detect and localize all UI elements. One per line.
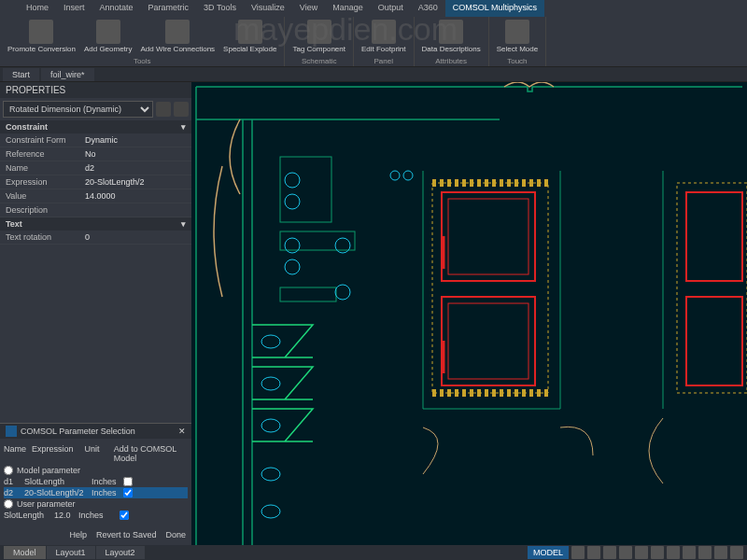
special-explode-button[interactable]: Special Explode [219,18,280,55]
collapse-icon: ▾ [181,219,186,229]
workspace-icon[interactable] [714,546,727,559]
status-bar: ModelLayout1Layout2 MODEL [0,545,747,560]
annotation-icon[interactable] [698,546,712,559]
row-add-checkbox[interactable] [123,477,133,486]
ribbon-tab-a360[interactable]: A360 [411,0,445,17]
svg-rect-22 [432,183,548,393]
svg-point-8 [335,285,350,300]
prop-row[interactable]: Expression20-SlotLength/2 [0,175,191,189]
row-expr: 20-SlotLength/2 [24,488,88,497]
prop-value: Dynamic [85,135,118,145]
svg-rect-16 [442,192,535,281]
ribbon-tab-view[interactable]: View [292,0,325,17]
ribbon-group-panel: Edit FootprintPanel [354,17,415,66]
collapse-icon: ▾ [181,122,186,132]
ribbon-tab-comsol-multiphysics[interactable]: COMSOL Multiphysics [445,0,544,17]
ribbon-btn-label: Special Explode [223,45,276,53]
ribbon-tab-parametric[interactable]: Parametric [141,0,197,17]
svg-rect-17 [448,199,529,274]
ribbon-btn-label: Tag Component [292,45,345,53]
doc-tab[interactable]: Start [3,68,39,81]
layout-tab[interactable]: Model [4,546,46,559]
data-descriptions-button[interactable]: Data Descriptions [418,18,485,55]
prop-row[interactable]: Description [0,203,191,217]
ortho-icon[interactable] [603,546,616,559]
svg-point-11 [261,335,280,348]
drawing-canvas[interactable] [191,82,747,545]
prop-row[interactable]: Value14.0000 [0,189,191,203]
promote-conversion-icon [29,20,53,44]
ribbon-tab-home[interactable]: Home [19,0,56,17]
ribbon-tab-annotate[interactable]: Annotate [92,0,141,17]
comsol-title: COMSOL Parameter Selection [21,427,135,436]
tag-component-icon [307,20,331,44]
revert-link[interactable]: Revert to Saved [96,530,157,539]
close-icon[interactable]: ✕ [178,427,186,436]
user-row-value: 12.0 [54,511,75,520]
ribbon-group-attributes: Data DescriptionsAttributes [415,17,489,66]
user-row-add-checkbox[interactable] [120,511,129,520]
ribbon-tab-output[interactable]: Output [371,0,411,17]
select-mode-button[interactable]: Select Mode [493,18,542,55]
ribbon-tab-manage[interactable]: Manage [325,0,371,17]
left-panel: PROPERTIES Rotated Dimension (Dynamic) C… [0,82,191,545]
grid-icon[interactable] [571,546,585,559]
layout-tab[interactable]: Layout2 [96,546,145,559]
group-label: Panel [374,57,393,65]
row-add-checkbox[interactable] [123,488,133,497]
ribbon-btn-label: Data Descriptions [422,45,481,53]
svg-point-13 [261,419,280,432]
svg-point-6 [285,259,300,274]
svg-point-14 [261,468,280,481]
ribbon-tab-insert[interactable]: Insert [56,0,92,17]
svg-rect-0 [280,157,331,222]
prop-row[interactable]: Constraint FormDynamic [0,133,191,147]
ribbon-tab-visualize[interactable]: Visualize [244,0,292,17]
add-geometry-icon [96,20,120,44]
layout-tab[interactable]: Layout1 [47,546,95,559]
customize-icon[interactable] [730,546,743,559]
snap-icon[interactable] [587,546,600,559]
model-space-button[interactable]: MODEL [528,546,569,559]
prop-row[interactable]: Named2 [0,161,191,175]
otrack-icon[interactable] [651,546,664,559]
prop-value: 20-SlotLength/2 [85,177,145,187]
edit-footprint-button[interactable]: Edit Footprint [358,18,410,55]
tag-component-button[interactable]: Tag Component [289,18,348,55]
add-wire-connections-button[interactable]: Add Wire Connections [137,18,219,55]
group-label: Tools [134,57,151,65]
promote-conversion-button[interactable]: Promote Conversion [4,18,79,55]
prop-key: Text rotation [6,232,85,242]
ribbon-group-tools: Promote ConversionAdd GeometryAdd Wire C… [0,17,285,66]
add-wire-connections-icon [165,20,190,44]
properties-selector[interactable]: Rotated Dimension (Dynamic) [3,101,153,118]
prop-row[interactable]: ReferenceNo [0,147,191,161]
toggle-pickadd-button[interactable] [174,102,189,117]
svg-rect-23 [686,192,742,281]
ribbon-tab-3d-tools[interactable]: 3D Tools [196,0,244,17]
comsol-row[interactable]: d1SlotLengthInches [4,476,188,487]
lineweight-icon[interactable] [667,546,680,559]
done-link[interactable]: Done [165,530,186,539]
prop-value: No [85,149,96,159]
ribbon: Promote ConversionAdd GeometryAdd Wire C… [0,17,747,67]
help-link[interactable]: Help [69,530,87,539]
user-param-radio[interactable] [4,499,13,509]
user-row-name: SlotLength [4,511,50,520]
model-param-radio[interactable] [4,466,13,475]
comsol-row[interactable]: d220-SlotLength/2Inches [4,487,188,498]
prop-row[interactable]: Text rotation0 [0,231,191,245]
quick-select-button[interactable] [156,102,171,117]
svg-rect-24 [686,297,742,385]
doc-tab[interactable]: foil_wire* [41,68,94,81]
polar-icon[interactable] [619,546,632,559]
col-expr: Expression [32,444,78,463]
transparency-icon[interactable] [683,546,696,559]
osnap-icon[interactable] [635,546,648,559]
svg-rect-1 [280,231,355,250]
section-constraint-header[interactable]: Constraint▾ [0,120,191,133]
properties-title: PROPERTIES [0,82,191,98]
section-text-header[interactable]: Text▾ [0,217,191,231]
add-geometry-button[interactable]: Add Geometry [80,18,136,55]
row-name: d1 [4,477,21,486]
